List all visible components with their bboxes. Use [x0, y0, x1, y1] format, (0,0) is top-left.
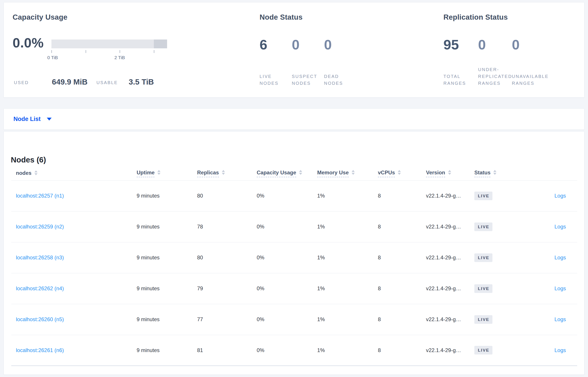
status-cell: LIVE: [470, 335, 536, 366]
version-cell: v22.1.4-29-g…: [421, 211, 470, 242]
stat-label: SUSPECT NODES: [292, 73, 324, 87]
vcpus-cell: 8: [373, 304, 421, 335]
node-cell: localhost:26257 (n1): [11, 180, 132, 211]
node-link[interactable]: localhost:26258 (n3): [16, 255, 64, 260]
uptime-cell: 9 minutes: [132, 304, 192, 335]
version-cell: v22.1.4-29-g…: [421, 180, 470, 211]
status-badge: LIVE: [474, 192, 493, 200]
sort-icon[interactable]: [157, 170, 161, 175]
column-header-replicas[interactable]: Replicas: [192, 165, 252, 180]
logs-link[interactable]: Logs: [554, 255, 566, 260]
node-list-dropdown[interactable]: Node List: [13, 109, 52, 130]
logs-cell: Logs: [536, 335, 577, 366]
node-cell: localhost:26260 (n5): [11, 304, 132, 335]
memory-use-cell: 1%: [313, 304, 373, 335]
stat-value: 95: [443, 37, 459, 52]
column-header-nodes[interactable]: nodes: [11, 165, 132, 180]
used-value: 649.9 MiB: [52, 77, 87, 86]
sort-icon[interactable]: [299, 170, 302, 175]
logs-link[interactable]: Logs: [554, 316, 566, 322]
view-selector-bar: Node List: [3, 108, 585, 130]
replicas-cell: 79: [192, 273, 252, 304]
version-cell: v22.1.4-29-g…: [421, 242, 470, 273]
node-list-dropdown-label: Node List: [13, 116, 41, 122]
capacity-axis-label: 2 TiB: [114, 55, 125, 60]
column-header-vcpus[interactable]: vCPUs: [373, 165, 421, 180]
vcpus-cell: 8: [373, 335, 421, 366]
logs-cell: Logs: [536, 211, 577, 242]
uptime-cell: 9 minutes: [132, 180, 192, 211]
node-link[interactable]: localhost:26262 (n4): [16, 285, 64, 291]
replicas-cell: 80: [192, 242, 252, 273]
node-link[interactable]: localhost:26261 (n6): [16, 347, 64, 353]
column-label: Capacity Usage: [257, 169, 296, 177]
node-cell: localhost:26258 (n3): [11, 242, 132, 273]
stat-live-nodes: 6LIVE NODES: [259, 35, 292, 87]
logs-link[interactable]: Logs: [554, 224, 566, 230]
capacity-bar-reserved-segment: [154, 39, 167, 48]
status-cell: LIVE: [470, 211, 536, 242]
uptime-cell: 9 minutes: [132, 211, 192, 242]
status-cell: LIVE: [470, 242, 536, 273]
column-header-status[interactable]: Status: [470, 165, 536, 180]
node-link[interactable]: localhost:26259 (n2): [16, 224, 64, 230]
sort-icon[interactable]: [398, 170, 401, 175]
column-header-capacity-usage[interactable]: Capacity Usage: [252, 165, 313, 180]
replicas-cell: 81: [192, 335, 252, 366]
capacity-axis-tick: [120, 50, 120, 53]
column-label: Memory Use: [317, 169, 349, 177]
column-header-memory-use[interactable]: Memory Use: [313, 165, 373, 180]
memory-use-cell: 1%: [313, 335, 373, 366]
stat-under-replicated-ranges: 0UNDER-REPLICATED RANGES: [478, 35, 512, 87]
node-link[interactable]: localhost:26260 (n5): [16, 316, 64, 322]
capacity-usage-cell: 0%: [252, 304, 313, 335]
logs-link[interactable]: Logs: [554, 193, 566, 199]
usable-label: USABLE: [96, 80, 118, 85]
logs-cell: Logs: [536, 180, 577, 211]
chevron-down-icon: [47, 118, 52, 120]
column-header-uptime[interactable]: Uptime: [132, 165, 192, 180]
sort-icon[interactable]: [448, 170, 451, 175]
column-label: vCPUs: [378, 169, 395, 177]
capacity-usage-section: Capacity Usage 0.0% 0 TiB 2 TiB USED 649…: [12, 2, 207, 97]
sort-icon[interactable]: [35, 170, 37, 175]
version-cell: v22.1.4-29-g…: [421, 335, 470, 366]
sort-icon[interactable]: [222, 170, 225, 175]
status-cell: LIVE: [470, 180, 536, 211]
version-cell: v22.1.4-29-g…: [421, 273, 470, 304]
capacity-usage-cell: 0%: [252, 211, 313, 242]
logs-link[interactable]: Logs: [554, 285, 566, 291]
stat-label: DEAD NODES: [324, 73, 356, 87]
memory-use-cell: 1%: [313, 211, 373, 242]
capacity-usage-cell: 0%: [252, 273, 313, 304]
stat-label: TOTAL RANGES: [443, 73, 478, 87]
vcpus-cell: 8: [373, 211, 421, 242]
node-cell: localhost:26259 (n2): [11, 211, 132, 242]
nodes-count-title: Nodes (6): [11, 155, 46, 164]
stat-suspect-nodes: 0SUSPECT NODES: [292, 35, 324, 87]
node-table-row: localhost:26262 (n4)9 minutes790%1%8v22.…: [11, 273, 577, 304]
status-badge: LIVE: [474, 223, 493, 231]
logs-link[interactable]: Logs: [554, 347, 566, 353]
column-label: Version: [426, 169, 445, 177]
capacity-axis-label: 0 TiB: [47, 55, 58, 60]
status-badge: LIVE: [474, 346, 493, 354]
sort-icon[interactable]: [352, 170, 355, 175]
capacity-usage-title: Capacity Usage: [12, 13, 68, 21]
uptime-cell: 9 minutes: [132, 242, 192, 273]
status-badge: LIVE: [474, 315, 493, 324]
status-badge: LIVE: [474, 253, 493, 262]
version-cell: v22.1.4-29-g…: [421, 304, 470, 335]
replication-status-title: Replication Status: [443, 13, 508, 21]
column-header-version[interactable]: Version: [421, 165, 470, 180]
capacity-usage-cell: 0%: [252, 242, 313, 273]
vcpus-cell: 8: [373, 242, 421, 273]
node-link[interactable]: localhost:26257 (n1): [16, 193, 64, 199]
sort-icon[interactable]: [493, 170, 496, 175]
stat-value: 6: [259, 37, 267, 52]
stat-value: 0: [478, 37, 486, 52]
memory-use-cell: 1%: [313, 273, 373, 304]
used-label: USED: [14, 80, 29, 85]
node-table-row: localhost:26261 (n6)9 minutes810%1%8v22.…: [11, 335, 577, 366]
stat-label: LIVE NODES: [259, 73, 292, 87]
